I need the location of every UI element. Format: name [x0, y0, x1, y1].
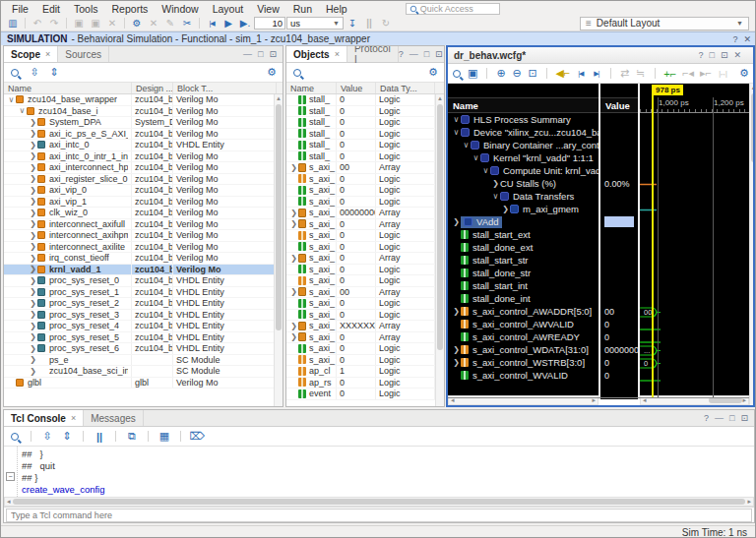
scope-row[interactable]: ❯proc_sys_reset_5zcu104_baVHDL Entity: [4, 332, 283, 344]
search-icon[interactable]: [8, 430, 22, 444]
settings-gear-icon[interactable]: ⚙: [265, 66, 279, 80]
collapse-all-icon[interactable]: ⇳: [40, 430, 54, 444]
objects-row[interactable]: ❯s_axi_0Array: [286, 332, 444, 344]
tab-protocol-i[interactable]: Protocol I: [347, 46, 399, 62]
layout-selector[interactable]: ≡ Default Layout ▼: [580, 17, 749, 30]
expander-icon[interactable]: ❯: [29, 174, 37, 183]
step-icon[interactable]: ↧: [345, 17, 360, 30]
wave-trace-row[interactable]: 00: [640, 305, 749, 318]
objects-row[interactable]: stall_0Logic: [286, 106, 444, 118]
scope-row[interactable]: ❯interconnect_axilitezcu104_baVerilog Mo: [4, 242, 283, 254]
objects-row[interactable]: s_axi_0Logic: [286, 174, 444, 186]
wave-trace-row[interactable]: [640, 330, 749, 343]
scope-row[interactable]: ∨zcu104_base_izcu104_baVerilog Mo: [4, 106, 283, 118]
expander-icon[interactable]: ❯: [289, 254, 298, 263]
scope-vscrollbar[interactable]: ▲: [274, 94, 283, 406]
add-marker-icon[interactable]: +⌐: [663, 67, 676, 81]
objects-row[interactable]: ❯s_axi_00Array: [286, 287, 444, 299]
menu-help[interactable]: Help: [319, 3, 354, 15]
save-as-icon[interactable]: ▣: [88, 17, 103, 30]
float-icon[interactable]: ⊡: [435, 49, 443, 59]
breakpoint-icon[interactable]: ✂: [179, 17, 195, 30]
wave-signal-row[interactable]: ❯CU Stalls (%): [448, 177, 598, 190]
wave-trace-row[interactable]: ...: [640, 343, 749, 356]
objects-row[interactable]: ❯s_axi_00000000Array: [286, 208, 444, 219]
wave-signal-row[interactable]: ∨HLS Process Summary: [448, 113, 598, 126]
wave-trace-row[interactable]: [640, 164, 749, 177]
wave-signal-row[interactable]: s_axi_control_AWVALID: [448, 318, 598, 330]
col-separator[interactable]: [638, 84, 640, 399]
scope-row[interactable]: ❯axi_register_slice_0zcu104_baVerilog Mo: [4, 174, 283, 186]
wave-signal-row[interactable]: ∨Device "xilinx_zcu...zcu104_base_1_0-0: [448, 126, 598, 139]
help-icon[interactable]: ?: [732, 34, 737, 44]
objects-row[interactable]: stall_0Logic: [286, 140, 444, 151]
objects-row[interactable]: s_axi_0Logic: [286, 343, 444, 355]
menu-run[interactable]: Run: [286, 3, 319, 15]
column-header-1[interactable]: Design ...: [132, 83, 173, 93]
menu-edit[interactable]: Edit: [35, 3, 67, 15]
expander-icon[interactable]: ❯: [452, 307, 461, 316]
expander-icon[interactable]: ❯: [452, 217, 461, 226]
maximize-icon[interactable]: □: [258, 49, 263, 59]
wave-signal-row[interactable]: ∨Data Transfers: [448, 190, 598, 203]
wave-signal-row[interactable]: stall_start_str: [448, 254, 598, 267]
wave-trace-row[interactable]: [640, 318, 749, 330]
expander-icon[interactable]: ❯: [501, 205, 510, 213]
maximize-icon[interactable]: □: [424, 49, 429, 59]
scope-row[interactable]: glblglblVerilog Mo: [4, 378, 283, 389]
wave-trace-row[interactable]: [640, 203, 749, 215]
expander-icon[interactable]: ❯: [29, 141, 37, 149]
objects-row[interactable]: s_axi_0Logic: [286, 275, 444, 287]
col-separator[interactable]: [598, 84, 600, 399]
go-to-time-icon[interactable]: ◀⌐: [556, 67, 570, 81]
restart-icon[interactable]: |◀: [204, 17, 220, 30]
objects-vscrollbar[interactable]: ▲: [435, 94, 444, 406]
zoom-in-icon[interactable]: ⊕: [496, 67, 506, 81]
scope-row[interactable]: ❯interconnect_axihpm0fpzcu104_baVerilog …: [4, 230, 283, 242]
objects-row[interactable]: ❯s_axi_00Array: [286, 162, 444, 174]
expander-icon[interactable]: ❯: [289, 219, 298, 228]
fit-markers-icon[interactable]: |↔|: [718, 67, 727, 81]
expander-icon[interactable]: ❯: [29, 231, 37, 240]
objects-row[interactable]: stall_0Logic: [286, 117, 444, 129]
clear-icon[interactable]: ⌦: [190, 430, 204, 444]
scope-row[interactable]: ❯proc_sys_reset_4zcu104_baVHDL Entity: [4, 321, 283, 332]
close-icon[interactable]: ✕: [733, 50, 741, 60]
scope-row[interactable]: ❯System_DPASystem_DPVerilog Mo: [4, 117, 283, 129]
wave-trace-row[interactable]: [640, 113, 749, 126]
column-header-1[interactable]: Value: [337, 83, 376, 93]
zoom-fit-icon[interactable]: ⊡: [528, 67, 537, 81]
objects-row[interactable]: ❯s_axi_XXXXXXXXArray: [286, 321, 444, 332]
expander-icon[interactable]: ❯: [289, 322, 298, 330]
expander-icon[interactable]: ❯: [452, 345, 461, 354]
scope-row[interactable]: ❯krnl_vadd_1zcu104_baVerilog Mo: [4, 265, 283, 276]
scope-row[interactable]: ❯proc_sys_reset_1zcu104_baVHDL Entity: [4, 287, 283, 299]
expander-icon[interactable]: ❯: [29, 254, 37, 263]
search-icon[interactable]: [8, 66, 22, 80]
open-recent-icon[interactable]: ▥: [5, 17, 21, 30]
wave-signal-row[interactable]: stall_start_int: [448, 279, 598, 292]
expander-icon[interactable]: ❯: [289, 332, 298, 341]
wave-signal-row[interactable]: stall_done_str: [448, 267, 598, 279]
settings-gear-icon[interactable]: ⚙: [129, 17, 145, 30]
help-icon[interactable]: ?: [704, 413, 709, 423]
column-header-0[interactable]: Name: [286, 83, 337, 93]
scope-row[interactable]: ❯axi_intc_0_intr_1_intern.zcu104_baVeril…: [4, 151, 283, 163]
scope-row[interactable]: ❯axi_vip_0zcu104_baVerilog Mo: [4, 185, 283, 197]
scope-row[interactable]: ❯axi_intc_0zcu104_baVHDL Entity: [4, 140, 283, 151]
expander-icon[interactable]: ❯: [289, 287, 298, 296]
scope-row[interactable]: ❯axi_ic_ps_e_S_AXI_HP0_Fzcu104_baVerilog…: [4, 129, 283, 141]
wave-signal-row[interactable]: ❯s_axi_control_AWADDR[5:0]: [448, 305, 598, 318]
scope-row[interactable]: ❯proc_sys_reset_3zcu104_baVHDL Entity: [4, 310, 283, 322]
wave-trace-row[interactable]: [640, 228, 749, 241]
expander-icon[interactable]: ❯: [29, 209, 37, 217]
expander-icon[interactable]: ❯: [29, 355, 37, 364]
tab-scope[interactable]: Scope×: [4, 46, 58, 62]
search-icon[interactable]: [452, 67, 462, 81]
scope-row[interactable]: ❯zcu104_base_sci_instSC Module: [4, 366, 283, 378]
scope-row[interactable]: ❯axi_vip_1zcu104_baVerilog Mo: [4, 197, 283, 209]
expander-icon[interactable]: ❯: [29, 129, 37, 138]
objects-row[interactable]: s_axi_0Logic: [286, 242, 444, 254]
delete-icon[interactable]: ✕: [146, 17, 161, 30]
quick-access-search[interactable]: Quick Access: [406, 3, 500, 15]
